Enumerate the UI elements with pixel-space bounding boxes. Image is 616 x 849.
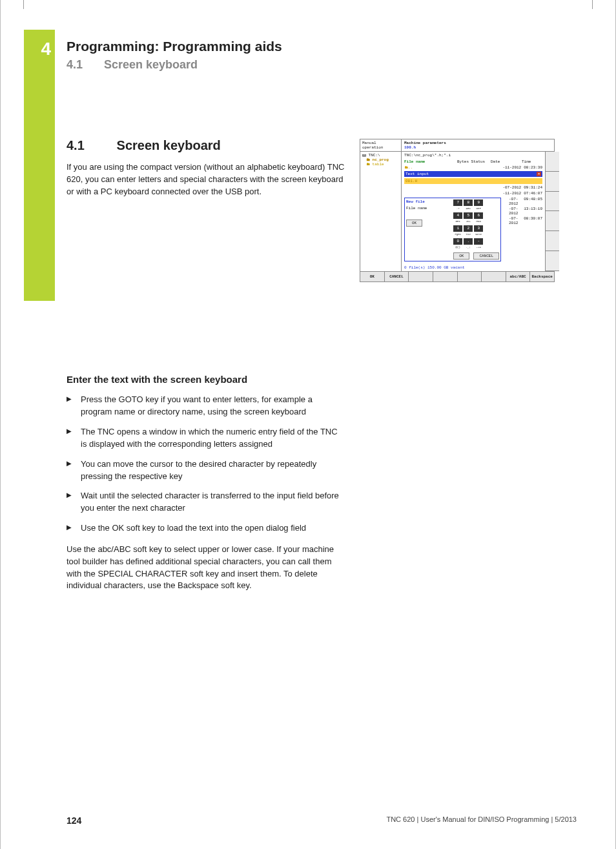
softkey-backspace[interactable]: Backspace — [530, 272, 554, 281]
keypad-key[interactable]: 0 — [453, 238, 462, 245]
table-row[interactable]: -07-201213:13:10 — [509, 207, 542, 216]
keypad-key[interactable]: . — [464, 238, 473, 245]
mode-field: Manual operation — [360, 139, 402, 152]
keypad-sub: WXYZ — [474, 233, 483, 237]
keypad-sub: TUV — [464, 233, 473, 237]
keypad-key[interactable]: 5 — [464, 212, 473, 219]
closing-paragraph: Use the abc/ABC soft key to select upper… — [67, 544, 345, 592]
page-number: 124 — [67, 815, 81, 826]
keypad-key[interactable]: - — [474, 238, 483, 245]
close-icon[interactable]: × — [537, 172, 541, 176]
chapter-tab: 4 — [24, 30, 55, 301]
tree-folder-prog[interactable]: 🖿 nc_prog — [362, 158, 399, 162]
side-slot[interactable] — [545, 192, 559, 212]
col-filename[interactable]: File name — [404, 159, 457, 164]
keypad-sub: DEF — [474, 207, 483, 211]
list-item: Use the OK soft key to load the text int… — [67, 522, 345, 535]
section-heading: 4.1 Screen keyboard — [67, 136, 345, 155]
list-item: Press the GOTO key if you want to enter … — [67, 394, 345, 418]
keypad-sub: @() — [453, 246, 462, 250]
table-row[interactable]: 081.H — [404, 178, 542, 184]
keypad-cancel-button[interactable]: CANCEL — [473, 252, 499, 260]
keypad-key[interactable]: 1 — [453, 225, 462, 232]
running-section-name: Screen keyboard — [104, 58, 198, 71]
side-slot[interactable] — [545, 152, 559, 172]
col-bytes[interactable]: Bytes Status — [457, 159, 491, 164]
path-field[interactable]: TNC:\nc_prog\*.h;*.i — [402, 152, 545, 159]
chapter-title: Programming: Programming aids — [67, 39, 577, 54]
running-section-number: 4.1 — [67, 58, 83, 71]
intro-paragraph: If you are using the compact version (wi… — [67, 161, 345, 198]
title-area: Machine parameters 100.h — [402, 139, 554, 152]
section-heading-number: 4.1 — [67, 136, 113, 155]
table-row[interactable]: -11-201207:46:07 — [404, 191, 542, 196]
table-row[interactable]: 🖿.. -11-201208:23:30 — [404, 165, 542, 170]
table-row[interactable]: -07-201209:31:24 — [404, 185, 542, 190]
keypad-ok-button[interactable]: OK — [453, 252, 469, 260]
side-slot[interactable] — [545, 172, 559, 192]
title-line-2: 100.h — [404, 145, 551, 150]
keypad-sub: .,; — [464, 246, 473, 250]
keypad: 7 8 9 .? ABC DEF 4 5 — [453, 199, 499, 250]
dialog-field-label: File name — [406, 206, 451, 210]
col-time[interactable]: Time — [522, 159, 542, 164]
screenshot-main: 🖴 TNC:\ 🖿 nc_prog 🖿 table TNC:\nc_prog\*… — [360, 152, 554, 271]
text-input-bar[interactable]: Text input × — [404, 171, 542, 177]
keypad-key[interactable]: 2 — [464, 225, 473, 232]
crop-mark-left — [23, 0, 24, 9]
title-line-1: Machine parameters — [404, 141, 551, 145]
softkey-cancel[interactable]: CANCEL — [385, 272, 409, 281]
keypad-key[interactable]: 7 — [453, 199, 462, 206]
file-list: TNC:\nc_prog\*.h;*.i File name Bytes Sta… — [402, 152, 545, 271]
page-footer: 124 TNC 620 | User's Manual for DIN/ISO … — [67, 815, 577, 826]
softkey-empty[interactable] — [482, 272, 506, 281]
status-line: 0 file(s) 150.00 GB vacant — [402, 264, 545, 271]
keypad-sub: PQRS — [453, 233, 462, 237]
side-slot[interactable] — [545, 231, 559, 251]
softkey-empty[interactable] — [433, 272, 458, 281]
dialog-title: New file — [406, 199, 451, 204]
side-slot[interactable] — [545, 251, 559, 271]
tree-root[interactable]: 🖴 TNC:\ — [362, 153, 399, 158]
subheading: Enter the text with the screen keyboard — [67, 373, 345, 387]
column-headers: File name Bytes Status Date Time — [402, 159, 545, 165]
list-item: Wait until the selected character is tra… — [67, 490, 345, 515]
screenshot-header: Manual operation Machine parameters 100.… — [360, 139, 554, 152]
page: 4 Programming: Programming aids 4.1 Scre… — [0, 0, 616, 849]
chapter-number: 4 — [24, 39, 51, 59]
figure-column: Manual operation Machine parameters 100.… — [360, 136, 555, 601]
keypad-sub: .? — [453, 207, 462, 211]
steps-list: Press the GOTO key if you want to enter … — [67, 394, 345, 535]
softkey-empty[interactable] — [409, 272, 433, 281]
footer-reference: TNC 620 | User's Manual for DIN/ISO Prog… — [386, 815, 577, 826]
crop-mark-right — [592, 0, 593, 9]
content-area: Programming: Programming aids 4.1 Screen… — [67, 35, 577, 601]
dialog-ok-button[interactable]: OK — [406, 220, 422, 227]
remaining-rows: -07-201209:48:05 -07-201213:13:10 -07-20… — [506, 196, 545, 264]
keypad-key[interactable]: 8 — [464, 199, 473, 206]
softkey-row: OK CANCEL abc/ABC Backspace — [360, 271, 554, 281]
keypad-key[interactable]: 6 — [474, 212, 483, 219]
keypad-sub: ABC — [464, 207, 473, 211]
body-row: 4.1 Screen keyboard If you are using the… — [67, 136, 577, 601]
keypad-key[interactable]: 4 — [453, 212, 462, 219]
softkey-empty[interactable] — [458, 272, 482, 281]
keypad-key[interactable]: 3 — [474, 225, 483, 232]
table-row[interactable]: -07-201209:48:05 — [509, 197, 542, 206]
softkey-ok[interactable]: OK — [360, 272, 385, 281]
running-section: 4.1 Screen keyboard — [67, 58, 577, 72]
keypad-sub: GHI — [453, 220, 462, 224]
keypad-sub: -+= — [474, 246, 483, 250]
keypad-sub: JKL — [464, 220, 473, 224]
tree-folder-table[interactable]: 🖿 table — [362, 162, 399, 167]
section-heading-text: Screen keyboard — [117, 138, 221, 152]
tnc-screenshot: Manual operation Machine parameters 100.… — [360, 139, 555, 282]
keypad-area: 7 8 9 .? ABC DEF 4 5 — [453, 199, 499, 260]
table-row[interactable]: -07-201208:30:07 — [509, 216, 542, 225]
folder-tree[interactable]: 🖴 TNC:\ 🖿 nc_prog 🖿 table — [360, 152, 402, 271]
softkey-abc[interactable]: abc/ABC — [506, 272, 531, 281]
text-column: 4.1 Screen keyboard If you are using the… — [67, 136, 345, 601]
side-slot[interactable] — [545, 211, 559, 231]
col-date[interactable]: Date — [491, 159, 522, 164]
keypad-key[interactable]: 9 — [474, 199, 483, 206]
